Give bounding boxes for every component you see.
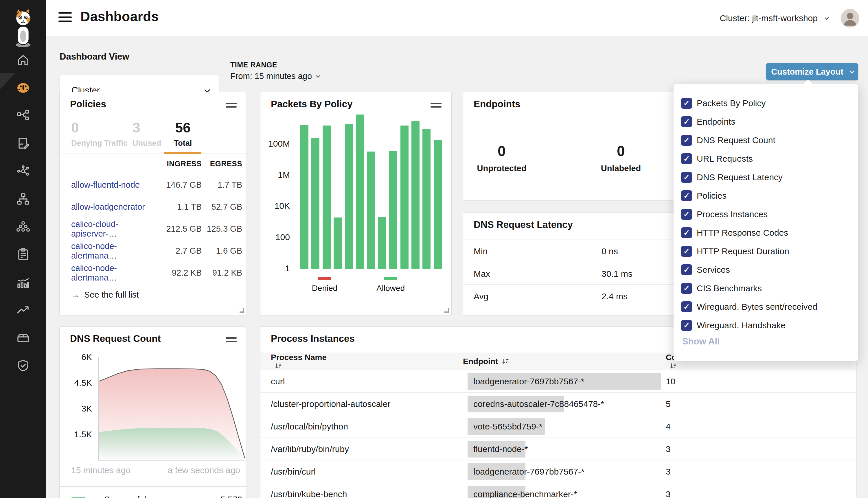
cluster-selector[interactable]: Cluster: jlt-msft-workshop [720,13,828,23]
endpoint-name: loadgenerator-7697bb7567-* [463,467,584,476]
sidebar-item-compliance-reports[interactable] [0,240,46,268]
bar-allowed[interactable] [345,124,353,268]
checkbox-checked-icon[interactable]: ✓ [681,116,692,127]
menu-item-process-instances[interactable]: ✓Process Instances [681,205,852,224]
bar-allowed[interactable] [400,126,409,268]
policy-name-link[interactable]: calico-cloud-apiserver-… [71,220,158,239]
policies-stat-total[interactable]: 56 Total [164,120,202,148]
checkbox-checked-icon[interactable]: ✓ [681,153,692,164]
bar-allowed[interactable] [334,218,342,268]
checkbox-checked-icon[interactable]: ✓ [681,246,692,257]
sidebar-item-workloads[interactable] [0,213,46,240]
menu-item-http-response-codes[interactable]: ✓HTTP Response Codes [681,224,852,242]
menu-item-dns-request-count[interactable]: ✓DNS Request Count [681,131,852,149]
menu-item-url-requests[interactable]: ✓URL Requests [681,149,852,168]
menu-item-policies[interactable]: ✓Policies [681,186,852,205]
menu-item-http-request-duration[interactable]: ✓HTTP Request Duration [681,242,852,261]
process-count: 4 [663,422,856,432]
sidebar-item-policies[interactable] [0,130,46,157]
policy-name-link[interactable]: calico-node-alertmana… [71,263,158,283]
avatar[interactable] [841,9,859,27]
checkbox-checked-icon[interactable]: ✓ [681,320,692,331]
bar-allowed[interactable] [412,121,419,268]
timeline-icon [16,303,30,317]
active-tab-underline [164,152,202,154]
menu-item-wireguard-handshake[interactable]: ✓Wireguard. Handshake [681,316,852,335]
workloads-icon [16,220,30,234]
show-all-link[interactable]: Show All [682,336,720,347]
sidebar-item-home[interactable] [0,46,46,74]
checkbox-checked-icon[interactable]: ✓ [681,227,692,238]
process-name: /usr/bin/kube-bench [260,489,463,498]
policy-name-link[interactable]: calico-node-alertmana… [71,241,158,261]
bar-allowed[interactable] [389,151,397,268]
legend-denied[interactable]: Denied [301,276,348,293]
column-header-process-name[interactable]: Process Name [260,353,463,370]
process-row[interactable]: /usr/bin/curlloadgenerator-7697bb7567-*3 [260,460,856,483]
resize-handle[interactable] [444,308,449,313]
calico-cat-logo[interactable] [11,6,36,53]
endpoints-stat-unprotected: 0 Unprotected [470,143,533,173]
policies-stat-denying[interactable]: 0 Denying Traffic [71,120,128,148]
checkbox-checked-icon[interactable]: ✓ [681,264,692,275]
menu-item-cis-benchmarks[interactable]: ✓CIS Benchmarks [681,279,852,298]
menu-item-endpoints[interactable]: ✓Endpoints [681,113,852,131]
process-count: 10 [663,377,856,386]
y-tick-label: 1.5K [63,430,92,439]
drag-handle-icon[interactable] [226,103,237,109]
bar-allowed[interactable] [423,129,430,268]
menu-item-dns-request-latency[interactable]: ✓DNS Request Latency [681,168,852,186]
sidebar-item-network-flow[interactable] [0,102,46,130]
card-title: DNS Request Count [70,333,161,344]
sidebar [0,0,46,498]
checkbox-checked-icon[interactable]: ✓ [681,190,692,201]
bar-allowed[interactable] [434,140,442,268]
bar-allowed[interactable] [300,124,308,268]
checkbox-checked-icon[interactable]: ✓ [681,283,692,294]
policy-name-link[interactable]: allow-fluentd-node [71,180,158,190]
process-row[interactable]: /usr/local/bin/pythonvote-5655bd759-*4 [260,415,856,438]
sidebar-item-dashboards[interactable] [0,74,46,102]
menu-item-wireguard-bytes-sent-received[interactable]: ✓Wireguard. Bytes sent/received [681,298,852,316]
home-icon [16,53,30,67]
arrow-right-icon: → [71,290,80,300]
policy-name-link[interactable]: allow-loadgenerator [71,202,158,212]
legend-allowed[interactable]: Allowed [367,276,414,293]
resize-handle[interactable] [239,308,244,313]
bar-allowed[interactable] [323,126,331,268]
menu-item-services[interactable]: ✓Services [681,261,852,279]
column-header-endpoint[interactable]: Endpoint [463,353,663,370]
checkbox-checked-icon[interactable]: ✓ [681,301,692,312]
process-count: 3 [663,467,856,476]
bar-allowed[interactable] [311,138,320,268]
checkbox-checked-icon[interactable]: ✓ [681,209,692,220]
checkbox-checked-icon[interactable]: ✓ [681,172,692,183]
process-row[interactable]: /cluster-proportional-autoscalercoredns-… [260,393,856,415]
sidebar-item-threat-defense[interactable] [0,352,46,379]
sidebar-item-packages[interactable] [0,324,46,352]
sidebar-item-timeline[interactable] [0,296,46,324]
policies-stat-unused[interactable]: 3 Unused [132,120,161,148]
sidebar-item-activity-logs[interactable] [0,268,46,296]
x-axis-label-end: a few seconds ago [168,465,240,475]
hamburger-menu-icon[interactable] [59,11,73,23]
sidebar-item-network-sets[interactable] [0,185,46,213]
checkbox-checked-icon[interactable]: ✓ [681,98,692,109]
sidebar-item-service-graph[interactable] [0,157,46,185]
time-range-button[interactable]: From: 15 minutes ago [230,71,319,81]
checkbox-checked-icon[interactable]: ✓ [681,135,692,146]
bar-allowed[interactable] [367,152,375,268]
bar-allowed[interactable] [356,115,364,268]
bar-allowed[interactable] [378,217,386,268]
see-full-list-link[interactable]: → See the full list [60,284,247,306]
process-row[interactable]: curlloadgenerator-7697bb7567-*10 [260,370,856,393]
process-row[interactable]: /var/lib/ruby/bin/rubyfluentd-node-*3 [260,438,856,460]
process-row[interactable]: /usr/bin/kube-benchcompliance-benchmarke… [260,483,856,498]
policy-ingress-value: 2.7 GB [158,246,202,255]
process-name: /cluster-proportional-autoscaler [260,399,463,409]
menu-item-packets-by-policy[interactable]: ✓Packets By Policy [681,94,852,113]
drag-handle-icon[interactable] [226,337,237,344]
packets-by-policy-card: Packets By Policy 110010K1M100MDeniedAll… [260,92,452,315]
drag-handle-icon[interactable] [430,103,441,109]
customize-layout-button[interactable]: Customize Layout [766,63,858,80]
